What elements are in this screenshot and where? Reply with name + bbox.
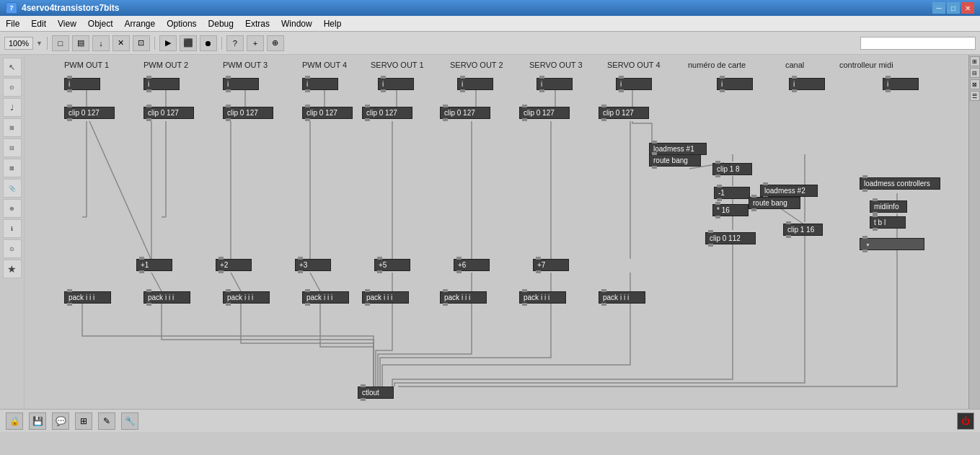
- midiinfo[interactable]: midiinfo: [870, 200, 907, 213]
- inlet-pwm4[interactable]: i: [302, 78, 338, 90]
- menu-view[interactable]: View: [52, 16, 82, 31]
- inlet-pwm1[interactable]: i: [64, 78, 100, 90]
- route-bang-2[interactable]: route bang: [749, 197, 800, 209]
- pack-servo3[interactable]: pack i i i: [519, 291, 566, 304]
- mul-16[interactable]: * 16: [712, 204, 749, 216]
- inlet-controlleur[interactable]: i: [883, 78, 919, 90]
- search-input[interactable]: [860, 37, 976, 50]
- loadmess-controllers[interactable]: loadmess controllers: [860, 177, 940, 190]
- menu-object[interactable]: Object: [82, 16, 119, 31]
- pack-servo2[interactable]: pack i i i: [440, 291, 487, 304]
- plus7[interactable]: +7: [533, 259, 569, 271]
- toolbar-save[interactable]: ↓: [92, 35, 110, 51]
- toolbar-new[interactable]: □: [52, 35, 69, 51]
- toolbar-close[interactable]: ✕: [112, 35, 130, 51]
- left-tool-star[interactable]: ★: [3, 260, 22, 278]
- pack-pwm4[interactable]: pack i i i: [302, 291, 349, 304]
- clip-1-8[interactable]: clip 1 8: [712, 163, 752, 175]
- toolbar-extra[interactable]: ⊕: [267, 35, 284, 51]
- svg-line-22: [310, 273, 320, 291]
- status-power[interactable]: ⏻: [957, 412, 974, 430]
- right-btn-1[interactable]: ⊞: [970, 56, 980, 66]
- clip-1-16[interactable]: clip 1 16: [783, 224, 823, 236]
- pack-pwm2[interactable]: pack i i i: [144, 291, 190, 304]
- plus5[interactable]: +5: [374, 259, 410, 271]
- port: [139, 257, 144, 260]
- inlet-servo1[interactable]: i: [378, 78, 414, 90]
- right-btn-3[interactable]: ⊠: [970, 79, 980, 89]
- clip-servo4[interactable]: clip 0 127: [599, 107, 649, 119]
- menu-debug[interactable]: Debug: [203, 16, 239, 31]
- minimize-button[interactable]: ─: [932, 2, 945, 14]
- status-settings[interactable]: 🔧: [121, 412, 138, 430]
- pack-servo1[interactable]: pack i i i: [362, 291, 409, 304]
- status-grid[interactable]: ⊞: [75, 412, 92, 430]
- loadmess-1[interactable]: loadmess #1: [649, 143, 707, 155]
- pack-pwm3[interactable]: pack i i i: [223, 291, 270, 304]
- left-tool-2[interactable]: ♩: [3, 98, 22, 117]
- status-comment[interactable]: 💬: [52, 412, 69, 430]
- left-tool-7[interactable]: ⊕: [3, 199, 22, 218]
- status-lock[interactable]: 🔒: [6, 412, 23, 430]
- menu-edit[interactable]: Edit: [25, 16, 52, 31]
- plus2[interactable]: +2: [216, 259, 252, 271]
- toolbar-print[interactable]: ⊡: [133, 35, 150, 51]
- clip-servo2[interactable]: clip 0 127: [440, 107, 490, 119]
- menu-file[interactable]: File: [0, 16, 25, 31]
- ctlout[interactable]: ctlout: [358, 386, 394, 399]
- left-tool-3[interactable]: ⊞: [3, 118, 22, 137]
- plus3[interactable]: +3: [295, 259, 331, 271]
- maximize-button[interactable]: □: [947, 2, 960, 14]
- neg-1[interactable]: -1: [714, 187, 750, 199]
- loadmess-2[interactable]: loadmess #2: [760, 185, 818, 197]
- port: [365, 289, 370, 292]
- toolbar-play[interactable]: ▶: [159, 35, 177, 51]
- menu-options[interactable]: Options: [161, 16, 202, 31]
- menu-arrange[interactable]: Arrange: [119, 16, 162, 31]
- status-save[interactable]: 💾: [29, 412, 46, 430]
- right-btn-2[interactable]: ⊟: [970, 68, 980, 78]
- clip-pwm4[interactable]: clip 0 127: [302, 107, 353, 119]
- toolbar-record[interactable]: ⏺: [200, 35, 217, 51]
- inlet-numero[interactable]: i: [717, 78, 753, 90]
- t-b-l[interactable]: t b l: [870, 216, 906, 229]
- left-tool-9[interactable]: ⊙: [3, 239, 22, 258]
- menu-extras[interactable]: Extras: [239, 16, 275, 31]
- plus6[interactable]: +6: [454, 259, 490, 271]
- inlet-servo3[interactable]: i: [537, 78, 573, 90]
- dropdown-box[interactable]: [860, 238, 924, 250]
- inlet-servo4[interactable]: i: [616, 78, 652, 90]
- status-snap[interactable]: ✎: [98, 412, 115, 430]
- plus1[interactable]: +1: [136, 259, 172, 271]
- route-bang-1[interactable]: route bang: [649, 154, 701, 167]
- left-tool-4[interactable]: ⊟: [3, 138, 22, 157]
- clip-servo3[interactable]: clip 0 127: [519, 107, 570, 119]
- pack-pwm1[interactable]: pack i i i: [64, 291, 111, 304]
- clip-servo1[interactable]: clip 0 127: [362, 107, 412, 119]
- clip-pwm3[interactable]: clip 0 127: [223, 107, 273, 119]
- inlet-pwm3[interactable]: i: [223, 78, 259, 90]
- pack-servo4[interactable]: pack i i i: [599, 291, 645, 304]
- zoom-display[interactable]: 100%: [4, 37, 33, 50]
- left-tool-8[interactable]: ℹ: [3, 219, 22, 238]
- toolbar-info[interactable]: ?: [226, 35, 244, 51]
- menu-window[interactable]: Window: [275, 16, 318, 31]
- close-button[interactable]: ✕: [961, 2, 974, 14]
- left-tool-1[interactable]: ⊙: [3, 78, 22, 97]
- toolbar-stop[interactable]: ⬛: [180, 35, 197, 51]
- clip-0-112[interactable]: clip 0 112: [705, 232, 756, 244]
- toolbar-add[interactable]: +: [247, 35, 264, 51]
- left-tool-arrow[interactable]: ↖: [3, 58, 22, 76]
- right-btn-4[interactable]: ☰: [970, 91, 980, 101]
- clip-pwm2[interactable]: clip 0 127: [144, 107, 194, 119]
- inlet-servo2[interactable]: i: [457, 78, 493, 90]
- clip-pwm1[interactable]: clip 0 127: [64, 107, 115, 119]
- port: [522, 105, 527, 107]
- left-tool-5[interactable]: ⊠: [3, 159, 22, 177]
- window-controls[interactable]: ─ □ ✕: [932, 2, 974, 14]
- inlet-canal[interactable]: i: [789, 78, 825, 90]
- toolbar-open[interactable]: ▤: [72, 35, 89, 51]
- menu-help[interactable]: Help: [318, 16, 348, 31]
- inlet-pwm2[interactable]: i: [144, 78, 180, 90]
- left-tool-6[interactable]: 📎: [3, 179, 22, 198]
